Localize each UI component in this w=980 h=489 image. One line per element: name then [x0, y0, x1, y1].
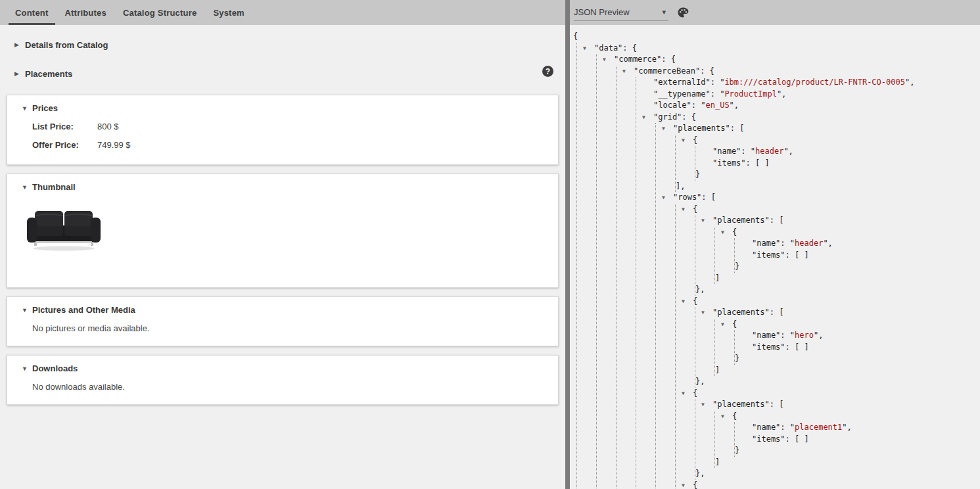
collapse-toggle-icon[interactable]: ▼ — [701, 399, 712, 411]
chevron-down-icon[interactable]: ▼ — [22, 105, 32, 112]
collapse-toggle-icon[interactable]: ▼ — [701, 307, 712, 319]
json-children-block: ▼"commerceBean": {"externalId": "ibm:///… — [616, 66, 980, 489]
chevron-right-icon[interactable]: ▶ — [14, 41, 25, 48]
json-children-block: ▼{"name": "header","items": [ ]}], — [675, 135, 980, 193]
help-icon[interactable]: ? — [542, 66, 553, 77]
downloads-title: Downloads — [32, 363, 78, 373]
json-leaf-row: "items": [ ] — [741, 342, 980, 354]
json-close-row: }, — [695, 376, 980, 388]
collapse-toggle-icon[interactable]: ▼ — [583, 43, 594, 55]
json-close-row: ] — [715, 273, 980, 285]
json-close-row: } — [735, 261, 980, 273]
prices-card-header[interactable]: ▼ Prices — [22, 103, 558, 114]
chevron-right-icon[interactable]: ▶ — [14, 70, 25, 77]
chevron-down-icon[interactable]: ▼ — [22, 365, 32, 372]
json-children-block: "name": "placement1","items": [ ]} — [734, 422, 980, 457]
json-leaf-row: "items": [ ] — [701, 158, 980, 170]
json-node-row: ▼{ — [682, 204, 980, 216]
json-node-row: ▼"rows": [ — [662, 192, 980, 204]
tab-attributes[interactable]: Attributes — [58, 0, 113, 25]
json-children-block: ▼"commerce": {▼"commerceBean": {"externa… — [596, 54, 980, 489]
downloads-card: ▼ Downloads No downloads available. — [7, 355, 559, 405]
tab-content[interactable]: Content — [9, 0, 55, 25]
chevron-down-icon[interactable]: ▼ — [22, 184, 32, 191]
json-node-row: ▼{ — [721, 227, 980, 239]
collapse-toggle-icon[interactable]: ▼ — [721, 319, 732, 331]
preview-panel: JSON Preview ▾ {▼"data": {▼"commerce": {… — [570, 0, 980, 489]
json-node-row: ▼{ — [682, 296, 980, 308]
json-node-row: ▼"placements": [ — [701, 307, 980, 319]
json-close-row: ] — [715, 365, 980, 377]
section-label: Placements — [25, 69, 72, 79]
json-node-row: ▼{ — [721, 411, 980, 423]
tab-bar: Content Attributes Catalog Structure Sys… — [0, 0, 565, 25]
json-leaf-row: "__typename": "ProductImpl", — [642, 89, 980, 101]
json-children-block: ▼{"name": "header","items": [ ]}] — [714, 227, 980, 285]
collapse-toggle-icon[interactable]: ▼ — [662, 123, 673, 135]
json-children-block: "name": "header","items": [ ]} — [695, 146, 980, 181]
json-children-block: ▼"placements": [▼{"name": "header","item… — [695, 215, 980, 296]
content-panel: Content Attributes Catalog Structure Sys… — [0, 0, 565, 489]
json-children-block: ▼"placements": [▼{"name": "hero","items"… — [695, 307, 980, 388]
downloads-empty-text: No downloads available. — [32, 382, 558, 392]
json-leaf-row: "name": "placement1", — [741, 422, 980, 434]
collapse-toggle-icon[interactable]: ▼ — [662, 192, 673, 204]
preview-header: JSON Preview ▾ — [570, 0, 980, 25]
json-node-row: ▼{ — [682, 388, 980, 400]
prices-card: ▼ Prices List Price: 800 $ Offer Price: … — [7, 95, 559, 165]
json-node-row: ▼"commerce": { — [603, 54, 980, 66]
section-details-from-catalog[interactable]: ▶ Details from Catalog — [14, 39, 565, 50]
collapse-toggle-icon[interactable]: ▼ — [682, 204, 693, 216]
thumbnail-card: ▼ Thumbnail — [7, 174, 559, 288]
list-price-row: List Price: 800 $ — [32, 122, 558, 132]
json-close-row: ], — [676, 181, 980, 193]
json-node-row: ▼"placements": [ — [662, 123, 980, 135]
json-leaf-row: "name": "header", — [701, 146, 980, 158]
list-price-label: List Price: — [32, 122, 97, 132]
collapse-toggle-icon[interactable]: ▼ — [701, 215, 712, 227]
json-node-row: { — [573, 31, 980, 43]
pictures-empty-text: No pictures or media available. — [32, 323, 558, 334]
collapse-toggle-icon[interactable]: ▼ — [682, 296, 693, 308]
tab-catalog-structure[interactable]: Catalog Structure — [116, 0, 203, 25]
collapse-toggle-icon[interactable]: ▼ — [721, 411, 732, 423]
section-label: Details from Catalog — [25, 40, 108, 50]
json-children-block: ▼"data": {▼"commerce": {▼"commerceBean":… — [576, 43, 980, 489]
collapse-toggle-icon[interactable]: ▼ — [682, 480, 693, 489]
chevron-down-icon: ▾ — [662, 8, 666, 16]
panel-splitter[interactable] — [565, 0, 570, 489]
list-price-value: 800 $ — [97, 122, 119, 132]
json-close-row: } — [695, 169, 980, 181]
sofa-image — [26, 207, 102, 252]
product-thumbnail-image[interactable] — [26, 207, 102, 252]
collapse-toggle-icon[interactable]: ▼ — [642, 112, 653, 124]
collapse-toggle-icon[interactable]: ▼ — [682, 135, 693, 147]
json-children-block: "externalId": "ibm:///catalog/product/LR… — [636, 77, 980, 489]
pictures-card-header[interactable]: ▼ Pictures and Other Media — [22, 304, 558, 315]
thumbnail-title: Thumbnail — [32, 182, 76, 192]
json-children-block: ▼"placements": [▼{"name": "placement1","… — [695, 399, 980, 480]
json-children-block: ▼{▼"placements": [▼{"name": "header","it… — [675, 204, 980, 489]
json-node-row: ▼{ — [682, 480, 980, 489]
json-node-row: ▼"data": { — [583, 43, 980, 55]
preview-mode-select[interactable]: JSON Preview ▾ — [574, 4, 668, 21]
prices-title: Prices — [32, 103, 58, 113]
json-leaf-row: "items": [ ] — [741, 434, 980, 446]
thumbnail-card-header[interactable]: ▼ Thumbnail — [22, 181, 558, 193]
tab-system[interactable]: System — [206, 0, 250, 25]
collapse-toggle-icon[interactable]: ▼ — [682, 388, 693, 400]
collapse-toggle-icon[interactable]: ▼ — [721, 227, 732, 239]
json-leaf-row: "locale": "en_US", — [642, 100, 980, 112]
collapse-toggle-icon[interactable]: ▼ — [622, 66, 634, 78]
theme-button[interactable] — [676, 6, 689, 19]
downloads-card-header[interactable]: ▼ Downloads — [22, 363, 558, 374]
pictures-title: Pictures and Other Media — [32, 305, 135, 315]
collapse-toggle-icon[interactable]: ▼ — [603, 54, 614, 66]
json-leaf-row: "name": "header", — [741, 238, 980, 250]
json-tree: {▼"data": {▼"commerce": {▼"commerceBean"… — [570, 25, 980, 489]
chevron-down-icon[interactable]: ▼ — [22, 307, 32, 314]
section-placements[interactable]: ▶ Placements — [14, 68, 565, 79]
json-leaf-row: "items": [ ] — [741, 250, 980, 262]
json-close-row: } — [735, 445, 980, 457]
json-leaf-row: "externalId": "ibm:///catalog/product/LR… — [642, 77, 980, 89]
